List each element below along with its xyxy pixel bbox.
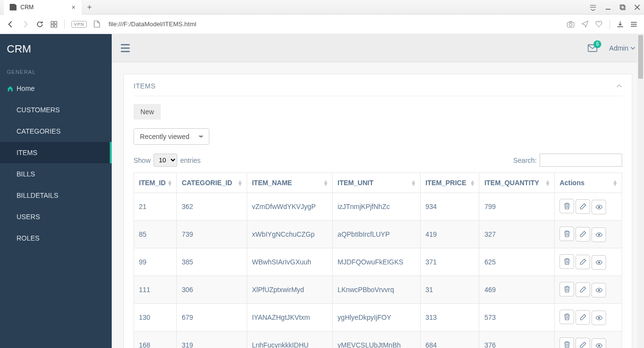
sidebar-item-label: CATEGORIES: [17, 127, 61, 135]
table-cell: 934: [420, 193, 479, 221]
view-select[interactable]: Recently viewed: [134, 128, 209, 145]
vpn-badge[interactable]: VPN: [71, 21, 87, 28]
reload-button[interactable]: [36, 20, 44, 28]
close-window-icon[interactable]: [634, 4, 640, 10]
edit-button[interactable]: [576, 282, 590, 297]
sidebar-item-home[interactable]: Home: [0, 78, 112, 99]
column-header[interactable]: CATEGORIE_ID▲▼: [177, 173, 247, 193]
browser-toolbar: VPN file:///F:/DataModel/ITEMS.html: [0, 15, 644, 34]
column-header[interactable]: Actions▲▼: [555, 173, 622, 193]
sidebar-item-bills[interactable]: BILLS: [0, 163, 112, 185]
entries-select[interactable]: 10: [153, 154, 177, 167]
search-input[interactable]: [540, 154, 622, 167]
table-cell: 306: [177, 276, 247, 304]
view-button[interactable]: [592, 227, 606, 242]
new-tab-button[interactable]: +: [87, 3, 92, 12]
view-button[interactable]: [592, 200, 606, 214]
svg-point-11: [598, 261, 600, 263]
table-row: 130679IYANAZHgtJKVtxmygHlyeDkpyIjFOY3135…: [134, 304, 622, 331]
screenshot-icon[interactable]: [567, 21, 575, 28]
sidebar-item-roles[interactable]: ROLES: [0, 227, 112, 249]
heart-icon[interactable]: [595, 21, 603, 28]
edit-button[interactable]: [576, 255, 590, 269]
close-tab-icon[interactable]: ×: [71, 3, 75, 11]
column-header[interactable]: ITEM_PRICE▲▼: [420, 173, 479, 193]
sort-icon: ▲▼: [237, 180, 243, 186]
table-cell: 419: [420, 221, 479, 248]
sidebar-item-categories[interactable]: CATEGORIES: [0, 121, 112, 142]
svg-point-14: [598, 345, 600, 347]
table-cell: ygHlyeDkpyIjFOY: [333, 304, 421, 331]
edit-button[interactable]: [576, 199, 590, 214]
column-header[interactable]: ITEM_ID▲▼: [134, 173, 177, 193]
address-bar[interactable]: file:///F:/DataModel/ITEMS.html: [107, 20, 560, 28]
actions-cell: [555, 276, 622, 304]
trash-icon: [564, 313, 570, 320]
eye-icon: [595, 260, 603, 265]
delete-button[interactable]: [559, 226, 574, 241]
panel-title: ITEMS: [134, 82, 155, 90]
table-cell: 376: [479, 331, 555, 348]
edit-button[interactable]: [576, 227, 590, 242]
svg-rect-2: [51, 21, 53, 24]
user-name: Admin: [609, 44, 628, 52]
pencil-icon: [580, 231, 586, 237]
sidebar-item-items[interactable]: ITEMS: [0, 142, 112, 163]
view-button[interactable]: [592, 311, 606, 325]
sidebar-item-label: BILLDETAILS: [17, 191, 58, 199]
browser-tab[interactable]: CRM ×: [4, 0, 82, 15]
mail-button[interactable]: 6: [588, 44, 597, 52]
table-cell: 130: [134, 304, 177, 331]
scrollbar[interactable]: [637, 34, 644, 348]
table-cell: MJDFQOwuFkEIGKS: [333, 248, 421, 276]
column-header[interactable]: ITEM_UNIT▲▼: [333, 173, 421, 193]
table-cell: LnhFucynkkkIDHU: [247, 331, 332, 348]
collapse-panel-icon[interactable]: [616, 84, 622, 88]
column-header[interactable]: ITEM_NAME▲▼: [247, 173, 332, 193]
browser-tab-bar: CRM × +: [0, 0, 644, 15]
delete-button[interactable]: [559, 254, 574, 269]
scrollbar-thumb[interactable]: [638, 35, 643, 79]
edit-button[interactable]: [576, 310, 590, 325]
show-label: Show: [134, 157, 151, 164]
apps-icon[interactable]: [51, 21, 57, 28]
table-cell: 168: [134, 331, 177, 348]
table-row: 21362vZmDfwWdYKVJygPizJTnmjKPjfNhZc93479…: [134, 193, 622, 221]
sort-icon: ▲▼: [470, 180, 475, 186]
back-button[interactable]: [7, 20, 15, 28]
forward-button[interactable]: [21, 20, 29, 28]
sidebar-item-label: USERS: [17, 213, 40, 221]
sidebar-item-label: ROLES: [17, 234, 39, 242]
delete-button[interactable]: [559, 337, 574, 348]
maximize-window-icon[interactable]: [620, 4, 626, 10]
view-button[interactable]: [592, 283, 606, 297]
svg-rect-5: [54, 25, 57, 27]
table-cell: 31: [420, 276, 479, 304]
send-icon[interactable]: [581, 20, 589, 28]
column-header[interactable]: ITEM_QUANTITY▲▼: [479, 173, 555, 193]
new-button[interactable]: New: [134, 104, 161, 120]
sidebar-item-billdetails[interactable]: BILLDETAILS: [0, 185, 112, 206]
user-menu[interactable]: Admin: [609, 44, 635, 52]
view-button[interactable]: [592, 338, 606, 348]
trash-icon: [564, 258, 570, 265]
pencil-icon: [580, 203, 586, 209]
svg-rect-0: [620, 5, 624, 9]
edit-button[interactable]: [576, 338, 590, 348]
actions-cell: [555, 331, 622, 348]
tab-menu-icon[interactable]: [590, 4, 596, 11]
menu-icon[interactable]: [630, 21, 637, 28]
delete-button[interactable]: [559, 199, 574, 213]
delete-button[interactable]: [559, 282, 574, 296]
hamburger-icon[interactable]: [120, 44, 130, 52]
eye-icon: [595, 232, 603, 237]
minimize-window-icon[interactable]: [605, 4, 611, 10]
actions-cell: [555, 248, 622, 276]
table-cell: 362: [177, 193, 247, 221]
delete-button[interactable]: [559, 310, 574, 324]
svg-point-13: [598, 317, 600, 319]
sidebar-item-customers[interactable]: CUSTOMERS: [0, 99, 112, 121]
sidebar-item-users[interactable]: USERS: [0, 206, 112, 227]
download-icon[interactable]: [617, 21, 624, 28]
view-button[interactable]: [592, 255, 606, 270]
